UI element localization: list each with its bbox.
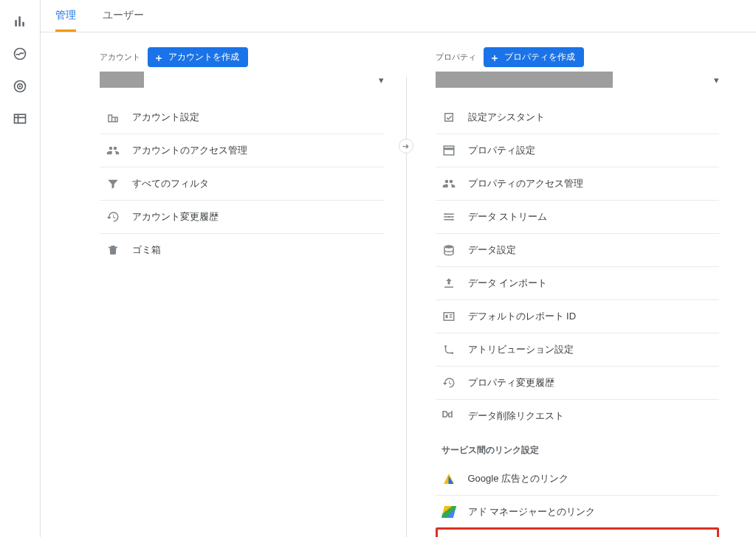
table-icon[interactable] xyxy=(12,111,28,127)
svg-point-7 xyxy=(451,219,453,221)
svg-rect-10 xyxy=(445,315,447,319)
bigquery-link[interactable]: BigQuery のリンク設定 xyxy=(436,527,720,537)
svg-point-6 xyxy=(447,216,449,218)
menu-label: すべてのフィルタ xyxy=(132,177,209,190)
filter-icon xyxy=(106,176,120,191)
account-trash[interactable]: ゴミ箱 xyxy=(100,233,384,266)
building-icon xyxy=(106,110,120,125)
account-access[interactable]: アカウントのアクセス管理 xyxy=(100,134,384,167)
tab-users[interactable]: ユーザー xyxy=(103,0,144,32)
people-icon xyxy=(441,176,456,191)
google-ads-link[interactable]: Google 広告とのリンク xyxy=(436,462,720,495)
attribution-icon xyxy=(441,342,456,357)
account-settings[interactable]: アカウント設定 xyxy=(100,101,384,134)
menu-label: アカウント変更履歴 xyxy=(132,210,219,224)
menu-label: プロパティ変更履歴 xyxy=(468,376,554,389)
account-name-redacted xyxy=(100,72,144,88)
menu-label: データ ストリーム xyxy=(468,210,548,224)
menu-label: アカウントのアクセス管理 xyxy=(132,144,247,157)
menu-label: データ設定 xyxy=(468,243,516,257)
plus-icon: ＋ xyxy=(154,52,164,63)
checkbox-icon xyxy=(441,110,456,125)
chevron-down-icon: ▾ xyxy=(379,75,384,86)
account-column: アカウント ＋ アカウントを作成 ▾ アカウント設定 xyxy=(100,47,406,537)
svg-point-3 xyxy=(19,86,21,88)
data-settings[interactable]: データ設定 xyxy=(436,233,720,266)
menu-label: データ インポート xyxy=(468,277,548,290)
data-import[interactable]: データ インポート xyxy=(436,266,720,299)
google-ads-icon xyxy=(441,471,456,486)
setup-assistant[interactable]: 設定アシスタント xyxy=(436,101,720,134)
history-icon xyxy=(441,375,456,390)
menu-label: データ削除リクエスト xyxy=(468,409,564,423)
account-label: アカウント xyxy=(100,52,140,63)
realtime-icon[interactable] xyxy=(12,46,28,62)
menu-label: プロパティ設定 xyxy=(468,144,535,157)
svg-point-5 xyxy=(444,213,446,215)
admin-tabs: 管理 ユーザー xyxy=(41,0,756,32)
main: 管理 ユーザー アカウント ＋ アカウントを作成 ▾ xyxy=(41,0,756,537)
create-property-button[interactable]: ＋ プロパティを作成 xyxy=(484,47,584,67)
ad-manager-link[interactable]: アド マネージャーとのリンク xyxy=(436,495,720,528)
data-streams[interactable]: データ ストリーム xyxy=(436,200,720,233)
property-label: プロパティ xyxy=(436,52,476,63)
create-account-label: アカウントを作成 xyxy=(168,51,239,63)
account-selector[interactable]: ▾ xyxy=(100,72,384,88)
property-settings[interactable]: プロパティ設定 xyxy=(436,134,720,167)
target-icon[interactable] xyxy=(12,78,28,94)
tab-admin[interactable]: 管理 xyxy=(55,0,76,32)
account-history[interactable]: アカウント変更履歴 xyxy=(100,200,384,233)
menu-label: アカウント設定 xyxy=(132,111,199,124)
create-account-button[interactable]: ＋ アカウントを作成 xyxy=(148,47,248,67)
default-report-id[interactable]: デフォルトのレポート ID xyxy=(436,299,720,333)
chevron-down-icon: ▾ xyxy=(714,75,719,86)
svg-rect-9 xyxy=(444,313,454,321)
property-history[interactable]: プロパティ変更履歴 xyxy=(436,366,720,399)
menu-label: Google 広告とのリンク xyxy=(468,472,569,485)
account-menu: アカウント設定 アカウントのアクセス管理 すべてのフィルタ アカウント変更履歴 xyxy=(100,101,384,266)
plus-icon: ＋ xyxy=(489,52,500,63)
svg-point-12 xyxy=(451,352,453,354)
upload-icon xyxy=(441,276,456,291)
report-id-icon xyxy=(441,309,456,324)
attribution-settings[interactable]: アトリビューション設定 xyxy=(436,333,720,366)
trash-icon xyxy=(106,243,120,257)
links-section-header: サービス間のリンク設定 xyxy=(436,432,720,462)
bar-chart-icon[interactable] xyxy=(12,13,28,30)
menu-label: アトリビューション設定 xyxy=(468,343,574,356)
property-column: ➜ プロパティ ＋ プロパティを作成 ▾ xyxy=(406,47,742,537)
history-icon xyxy=(106,209,120,224)
svg-point-11 xyxy=(444,345,447,347)
ad-manager-icon xyxy=(441,505,456,519)
property-selector[interactable]: ▾ xyxy=(436,72,720,88)
stream-icon xyxy=(441,209,456,224)
expand-icon[interactable]: ➜ xyxy=(399,139,413,153)
admin-columns: アカウント ＋ アカウントを作成 ▾ アカウント設定 xyxy=(41,32,756,537)
account-filters[interactable]: すべてのフィルタ xyxy=(100,167,384,200)
property-menu: 設定アシスタント プロパティ設定 プロパティのアクセス管理 データ ストリーム xyxy=(436,101,720,537)
database-icon xyxy=(441,243,456,257)
people-icon xyxy=(106,143,120,158)
nav-rail xyxy=(0,0,41,537)
data-deletion[interactable]: Dd データ削除リクエスト xyxy=(436,399,720,432)
property-name-redacted xyxy=(436,72,613,88)
svg-rect-4 xyxy=(15,114,26,123)
menu-label: プロパティのアクセス管理 xyxy=(468,177,583,190)
dd-icon: Dd xyxy=(441,409,456,423)
menu-label: デフォルトのレポート ID xyxy=(468,310,577,323)
menu-label: 設定アシスタント xyxy=(468,111,545,124)
property-access[interactable]: プロパティのアクセス管理 xyxy=(436,167,720,200)
layout-icon xyxy=(441,143,456,158)
svg-point-8 xyxy=(444,245,453,249)
menu-label: ゴミ箱 xyxy=(132,243,161,257)
menu-label: アド マネージャーとのリンク xyxy=(468,505,596,519)
create-property-label: プロパティを作成 xyxy=(504,51,575,63)
